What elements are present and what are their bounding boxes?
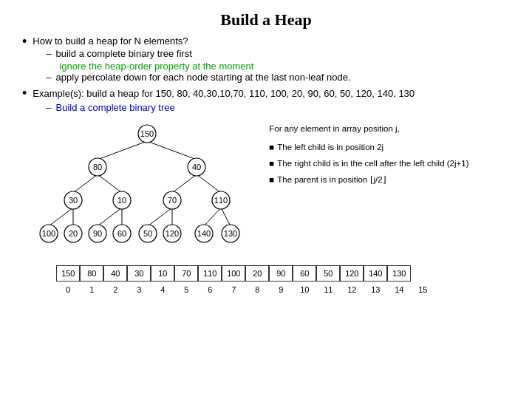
node-110-label: 110 — [214, 196, 228, 205]
node-10-label: 10 — [117, 196, 126, 205]
sub-bullet-1b-text: apply percolate down for each node start… — [56, 72, 351, 83]
index-empty-cell — [33, 283, 56, 296]
array-index-row: 0123456789101112131415 — [33, 283, 468, 296]
index-cell-11: 11 — [316, 283, 340, 296]
node-50-label: 50 — [143, 229, 152, 238]
node-120-label: 120 — [166, 229, 179, 238]
node-150-label: 150 — [140, 129, 154, 138]
legend-item-2: ■ The right child is in the cell after t… — [269, 157, 468, 170]
legend-item-1: ■ The left child is in position 2j — [269, 140, 468, 154]
bullet-dot-1: • — [22, 34, 27, 50]
legend-item-1-text: The left child is in position 2j — [277, 140, 383, 154]
node-60-label: 60 — [117, 229, 126, 238]
svg-line-3 — [98, 174, 122, 193]
array-cell-5: 10 — [151, 265, 174, 282]
node-70-label: 70 — [168, 196, 177, 205]
array-cell-14: 140 — [364, 265, 387, 282]
bullet-1: • How to build a heap for N elements? – … — [22, 35, 510, 84]
array-cell-3: 40 — [103, 265, 127, 282]
sub-bullet-1b: – apply percolate down for each node sta… — [46, 72, 350, 83]
node-80-label: 80 — [93, 163, 102, 171]
array-cell-9: 20 — [245, 265, 269, 282]
legend-intro: For any element in array position j, — [269, 122, 468, 135]
array-cell-8: 100 — [222, 265, 245, 282]
ignore-note: ignore the heap-order property at the mo… — [59, 61, 350, 72]
index-cell-8: 8 — [245, 283, 269, 296]
svg-line-1 — [147, 141, 197, 160]
page-title: Build a Heap — [0, 0, 532, 35]
index-cell-1: 1 — [80, 283, 103, 296]
index-cell-6: 6 — [198, 283, 222, 296]
sub-bullet-2a-text: Build a complete binary tree — [56, 102, 175, 113]
bullet-dot-2: • — [22, 86, 27, 101]
svg-line-4 — [172, 174, 197, 193]
index-cell-13: 13 — [364, 283, 387, 296]
array-values-row: 150804030107011010020906050120140130 — [33, 265, 468, 282]
array-empty-cell — [33, 265, 56, 282]
legend-item-3: ■ The parent is in position ⌊j/2⌋ — [269, 173, 468, 186]
svg-line-12 — [204, 208, 221, 226]
svg-line-10 — [148, 208, 172, 226]
index-cell-3: 3 — [127, 283, 151, 296]
node-100-label: 100 — [42, 229, 55, 238]
array-cell-10: 90 — [269, 265, 293, 282]
legend-item-3-text: The parent is in position ⌊j/2⌋ — [277, 173, 386, 186]
legend-item-2-text: The right child is in the cell after the… — [277, 157, 468, 170]
svg-line-5 — [197, 174, 221, 193]
svg-line-13 — [221, 208, 231, 226]
array-cell-1: 150 — [56, 265, 80, 282]
svg-line-0 — [98, 141, 147, 160]
index-cell-7: 7 — [222, 283, 245, 296]
array-cell-7: 110 — [198, 265, 222, 282]
index-cell-9: 9 — [269, 283, 293, 296]
node-20-label: 20 — [69, 229, 78, 238]
main-content: • How to build a heap for N elements? – … — [0, 35, 532, 296]
sub-bullet-1a: – build a complete binary tree first — [46, 48, 350, 59]
array-section: 150804030107011010020906050120140130 012… — [33, 265, 468, 296]
svg-line-2 — [73, 174, 98, 193]
legend: For any element in array position j, ■ T… — [269, 119, 468, 259]
index-cell-15: 15 — [411, 283, 434, 296]
node-140-label: 140 — [197, 229, 211, 238]
index-cell-12: 12 — [340, 283, 364, 296]
array-cell-2: 80 — [80, 265, 103, 282]
index-cell-2: 2 — [103, 283, 127, 296]
node-90-label: 90 — [93, 229, 102, 238]
node-30-label: 30 — [69, 196, 78, 205]
svg-line-6 — [49, 208, 73, 226]
array-cell-11: 60 — [293, 265, 316, 282]
index-cell-4: 4 — [151, 283, 174, 296]
array-cell-4: 30 — [127, 265, 151, 282]
node-40-label: 40 — [192, 163, 201, 171]
index-cell-14: 14 — [387, 283, 411, 296]
node-130-label: 130 — [224, 229, 237, 238]
sub-bullet-2a: – Build a complete binary tree — [46, 102, 468, 113]
array-cell-12: 50 — [316, 265, 340, 282]
ignore-text: ignore the heap-order property at the mo… — [59, 61, 253, 72]
array-cell-6: 70 — [174, 265, 198, 282]
array-cell-13: 120 — [340, 265, 364, 282]
bullet-2-text: Example(s): build a heap for 150, 80, 40… — [33, 88, 415, 99]
svg-line-8 — [98, 208, 122, 226]
array-cell-15: 130 — [387, 265, 411, 282]
tree-section: 150 80 40 30 10 70 110 — [33, 119, 468, 259]
tree-container: 150 80 40 30 10 70 110 — [33, 119, 262, 259]
tree-svg: 150 80 40 30 10 70 110 — [33, 119, 262, 259]
sub-bullet-1a-text: build a complete binary tree first — [56, 48, 192, 59]
bullet-1-text: How to build a heap for N elements? — [33, 35, 188, 47]
index-cell-0: 0 — [56, 283, 80, 296]
bullet-2: • Example(s): build a heap for 150, 80, … — [22, 87, 510, 296]
index-cell-10: 10 — [293, 283, 316, 296]
index-cell-5: 5 — [174, 283, 198, 296]
